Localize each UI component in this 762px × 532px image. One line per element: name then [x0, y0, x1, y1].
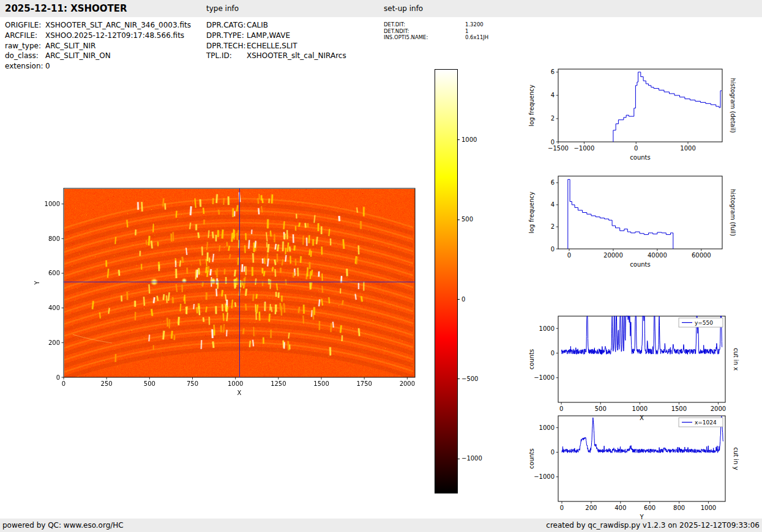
meta-value: ARC_SLIT_NIR_ON: [45, 51, 111, 60]
meta-row: DPR.TECH:ECHELLE,SLIT: [206, 41, 346, 51]
y-axis-label: log frequency: [528, 84, 535, 127]
x-tick-label: 1000: [680, 145, 695, 152]
right-side-label: cut in x: [733, 348, 739, 371]
colorbar-tick-label: −1000: [461, 455, 482, 462]
cut-in-y-panel: 02004006008001000−100001000Ycountscut in…: [525, 408, 762, 520]
right-side-label: histogram (full): [730, 189, 736, 236]
x-axis-label: counts: [630, 154, 650, 161]
meta-value: 1: [465, 28, 468, 34]
x-tick-label: 250: [101, 380, 113, 387]
legend-label: x=1024: [695, 419, 717, 426]
axes-frame: [558, 69, 722, 142]
x-tick-label: 2000: [400, 380, 415, 387]
footer-credit-right: created by qc_rawdisp.py v1.2.3 on 2025-…: [546, 521, 760, 530]
meta-row: DPR.CATG:CALIB: [206, 20, 346, 31]
meta-row: raw_type:ARC_SLIT_NIR: [5, 41, 191, 51]
meta-row: DET.NDIT:1: [384, 28, 488, 35]
meta-value: 0: [45, 62, 50, 70]
footer-bar: powered by QC: www.eso.org/HC created by…: [0, 519, 762, 532]
y-tick-label: 200: [48, 339, 60, 346]
y-tick-label: 0: [551, 449, 555, 456]
histogram-detail-panel: −1500−1000010000246countslog frequencyhi…: [525, 61, 762, 171]
colorbar-tick-label: 500: [461, 216, 473, 223]
x-tick-label: 400: [614, 504, 626, 511]
x-tick-label: 1000: [228, 380, 243, 387]
colorbar-tick-label: 0: [461, 296, 465, 303]
x-tick-label: 40000: [648, 252, 667, 259]
right-side-label: histogram (detail): [730, 78, 736, 133]
meta-value: CALIB: [247, 21, 268, 29]
cut-in-x-panel: 0500100015002000−100001000Xcountscut in …: [525, 309, 762, 420]
legend-label: y=550: [695, 320, 713, 326]
colorbar-tick: [457, 299, 460, 300]
x-tick-label: 20000: [603, 252, 623, 259]
x-tick-label: 0: [567, 252, 571, 259]
y-tick-label: 6: [551, 179, 555, 186]
x-tick-label: 600: [644, 504, 656, 511]
meta-label: do_class:: [5, 51, 45, 61]
y-tick-label: 600: [48, 270, 60, 276]
x-tick-label: 200: [585, 504, 597, 511]
meta-label: DPR.TYPE:: [206, 31, 247, 41]
meta-label: TPL.ID:: [206, 51, 247, 61]
type-info-block: DPR.CATG:CALIBDPR.TYPE:LAMP,WAVEDPR.TECH…: [206, 20, 346, 61]
page-title: 2025-12-11: XSHOOTER: [5, 3, 127, 14]
setup-info-block: DET.DIT:1.3200DET.NDIT:1INS.OPTI5.NAME:0…: [384, 21, 488, 41]
y-tick-label: 800: [48, 235, 60, 242]
y-tick-label: 1000: [45, 201, 60, 207]
x-tick-label: 750: [187, 380, 198, 387]
x-tick-label: 800: [673, 504, 685, 511]
y-axis-label: Y: [34, 281, 40, 286]
y-tick-label: 4: [551, 92, 555, 98]
meta-row: do_class:ARC_SLIT_NIR_ON: [5, 51, 191, 61]
y-tick-label: 400: [48, 305, 60, 311]
meta-label: ARCFILE:: [5, 31, 45, 41]
meta-row: INS.OPTI5.NAME:0.6x11JH: [384, 34, 488, 41]
file-info-block: ORIGFILE:XSHOOTER_SLT_ARC_NIR_346_0003.f…: [5, 20, 191, 72]
data-line: [568, 179, 673, 249]
main-plot-panel: 0250500750100012501500175020000200400600…: [24, 176, 441, 411]
meta-row: DET.DIT:1.3200: [384, 21, 488, 28]
meta-value: ARC_SLIT_NIR: [45, 42, 95, 50]
x-axis-label: X: [237, 390, 242, 396]
x-axis-label: counts: [630, 261, 650, 268]
meta-label: DET.NDIT:: [384, 28, 465, 35]
meta-row: ARCFILE:XSHOO.2025-12-12T09:17:48.566.fi…: [5, 31, 191, 41]
legend: y=550: [679, 318, 723, 327]
footer-credit-left: powered by QC: www.eso.org/HC: [2, 521, 124, 530]
meta-row: ORIGFILE:XSHOOTER_SLT_ARC_NIR_346_0003.f…: [5, 20, 191, 31]
meta-value: 0.6x11JH: [465, 34, 488, 40]
meta-label: DPR.CATG:: [206, 20, 247, 31]
x-tick-label: −1500: [548, 145, 569, 152]
axes-frame: [558, 416, 725, 501]
x-tick-label: 60000: [692, 252, 711, 259]
y-tick-label: 6: [551, 68, 555, 75]
colorbar-tick: [457, 379, 460, 379]
meta-value: XSHOO.2025-12-12T09:17:48.566.fits: [45, 31, 184, 40]
meta-value: ECHELLE,SLIT: [247, 42, 297, 50]
y-tick-label: 2: [551, 115, 555, 122]
header-bar: 2025-12-11: XSHOOTER type info set-up in…: [0, 0, 762, 17]
x-tick-label: 1500: [313, 380, 329, 387]
data-line: [613, 72, 722, 142]
meta-value: 1.3200: [465, 21, 484, 28]
setup-info-heading: set-up info: [384, 4, 423, 13]
meta-label: INS.OPTI5.NAME:: [384, 34, 465, 41]
y-axis-label: log frequency: [528, 191, 535, 234]
x-tick-label: 1750: [356, 380, 372, 387]
y-tick-label: 0: [56, 374, 60, 381]
y-tick-label: 1000: [539, 325, 555, 332]
y-tick-label: −1000: [534, 374, 555, 381]
meta-label: DPR.TECH:: [206, 41, 247, 51]
y-tick-label: 4: [551, 201, 555, 208]
meta-row: extension:0: [5, 61, 191, 72]
meta-value: LAMP,WAVE: [247, 31, 290, 40]
meta-label: raw_type:: [5, 41, 45, 51]
colorbar-tick-label: −500: [461, 375, 478, 383]
type-info-heading: type info: [206, 4, 239, 13]
meta-row: DPR.TYPE:LAMP,WAVE: [206, 31, 346, 41]
y-tick-label: 0: [551, 350, 555, 357]
y-axis-label: counts: [528, 448, 535, 468]
right-side-label: cut in y: [733, 447, 739, 470]
colorbar-tick: [457, 139, 460, 140]
